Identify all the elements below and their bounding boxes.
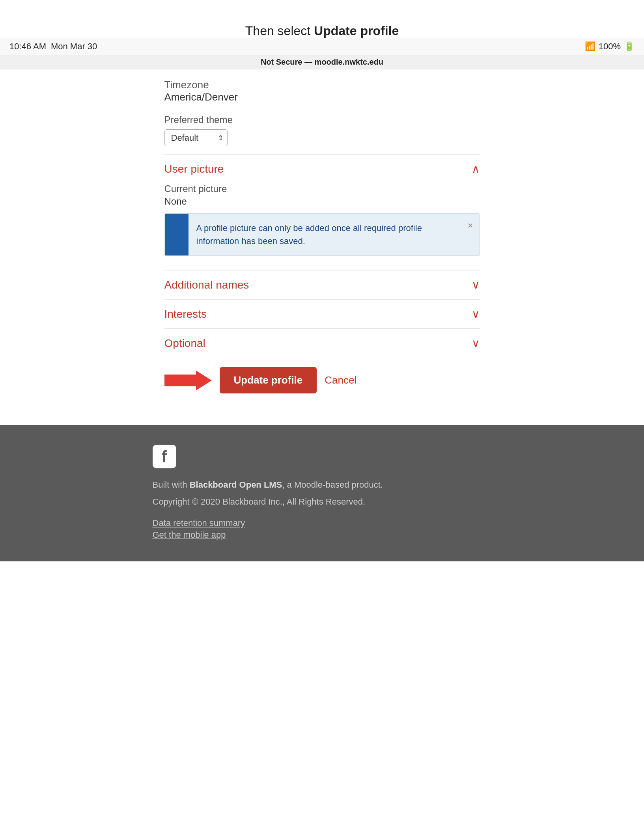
red-arrow-icon	[164, 369, 212, 392]
status-icons: 📶 100% 🔋	[585, 41, 635, 52]
interests-header[interactable]: Interests ∨	[164, 299, 480, 328]
user-picture-header[interactable]: User picture ∧	[164, 154, 480, 183]
footer: f Built with Blackboard Open LMS, a Mood…	[0, 425, 644, 561]
footer-blackboard: Blackboard Open LMS	[190, 480, 282, 490]
theme-select-wrapper[interactable]: Default Boost Classic	[164, 129, 228, 146]
timezone-label: Timezone	[164, 79, 480, 91]
timezone-value: America/Denver	[164, 91, 480, 103]
interests-title: Interests	[164, 308, 207, 321]
instruction-heading: Then select Update profile	[0, 0, 644, 38]
url-domain: moodle.nwktc.edu	[315, 58, 383, 66]
additional-names-header[interactable]: Additional names ∨	[164, 270, 480, 299]
current-picture-label: Current picture	[164, 183, 480, 194]
data-retention-link[interactable]: Data retention summary	[153, 518, 492, 528]
interests-chevron: ∨	[472, 307, 480, 321]
footer-links: Data retention summary Get the mobile ap…	[153, 518, 492, 540]
optional-header[interactable]: Optional ∨	[164, 328, 480, 358]
info-box-close-button[interactable]: ×	[461, 214, 479, 237]
facebook-letter: f	[162, 448, 167, 466]
footer-built-with: Built with Blackboard Open LMS, a Moodle…	[153, 478, 492, 492]
main-content: Timezone America/Denver Preferred theme …	[153, 69, 492, 401]
not-secure-label: Not Secure —	[261, 58, 315, 66]
facebook-icon: f	[153, 445, 176, 468]
user-picture-chevron: ∧	[472, 162, 480, 175]
footer-built-suffix: , a Moodle-based product.	[282, 480, 383, 490]
current-picture-value: None	[164, 196, 480, 207]
user-picture-content: Current picture None A profile picture c…	[164, 183, 480, 270]
footer-built-prefix: Built with	[153, 480, 190, 490]
theme-select[interactable]: Default Boost Classic	[164, 129, 228, 146]
theme-section: Preferred theme Default Boost Classic	[164, 110, 480, 154]
instruction-bold: Update profile	[314, 24, 399, 38]
url-bar: Not Secure — moodle.nwktc.edu	[0, 55, 644, 69]
timezone-section: Timezone America/Denver	[164, 69, 480, 110]
status-carrier: Mon Mar 30	[51, 41, 97, 52]
time-carrier: 10:46 AM Mon Mar 30	[9, 41, 97, 52]
info-box-text: A profile picture can only be added once…	[189, 214, 461, 255]
info-box-blue-bar	[165, 214, 189, 255]
battery-percent: 100%	[599, 41, 621, 52]
profile-picture-info-box: A profile picture can only be added once…	[164, 213, 480, 256]
footer-copyright: Copyright © 2020 Blackboard Inc., All Ri…	[153, 495, 492, 509]
optional-chevron: ∨	[472, 337, 480, 350]
additional-names-chevron: ∨	[472, 278, 480, 291]
status-bar: 10:46 AM Mon Mar 30 📶 100% 🔋	[0, 38, 644, 55]
action-row: Update profile Cancel	[164, 358, 480, 401]
battery-icon: 🔋	[624, 41, 635, 52]
additional-names-title: Additional names	[164, 279, 249, 291]
cancel-button[interactable]: Cancel	[325, 374, 357, 386]
mobile-app-link[interactable]: Get the mobile app	[153, 530, 492, 540]
footer-inner: f Built with Blackboard Open LMS, a Mood…	[153, 445, 492, 540]
instruction-prefix: Then select	[245, 24, 314, 38]
user-picture-title: User picture	[164, 163, 224, 175]
red-arrow-container	[164, 369, 212, 392]
svg-marker-0	[164, 371, 212, 390]
optional-title: Optional	[164, 337, 205, 350]
update-profile-button[interactable]: Update profile	[220, 367, 317, 393]
preferred-theme-label: Preferred theme	[164, 114, 480, 125]
status-time: 10:46 AM	[9, 41, 46, 52]
wifi-icon: 📶	[585, 41, 595, 52]
